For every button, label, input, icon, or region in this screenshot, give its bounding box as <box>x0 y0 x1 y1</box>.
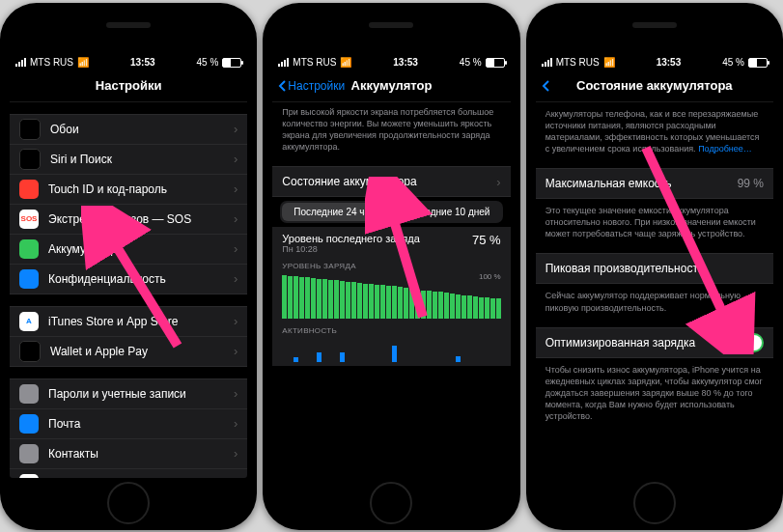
row-label: Контакты <box>48 447 234 461</box>
chevron-right-icon: › <box>234 182 238 196</box>
signal-icon <box>15 58 26 67</box>
touchid-icon <box>19 180 39 199</box>
optimized-charging-group: Оптимизированная зарядка <box>536 327 773 358</box>
nav-bar: Состояние аккумулятора <box>536 70 773 102</box>
battery-icon <box>222 58 241 68</box>
siri-icon <box>19 149 41 170</box>
row-label: Максимальная емкость <box>545 177 738 190</box>
chevron-left-icon <box>278 80 286 92</box>
chevron-right-icon: › <box>234 211 238 226</box>
chart-activity <box>282 339 500 362</box>
signal-icon <box>278 58 289 67</box>
settings-row-key[interactable]: Пароли и учетные записи› <box>10 379 247 409</box>
wallet-icon <box>19 341 41 362</box>
contacts-icon <box>19 444 39 463</box>
battery-icon <box>19 239 39 259</box>
signal-icon <box>542 58 552 67</box>
settings-row-sos[interactable]: SOSЭкстренный вызов — SOS› <box>10 205 247 235</box>
back-button[interactable] <box>542 80 549 92</box>
battery-icon <box>486 58 505 68</box>
max-capacity-group: Максимальная емкость 99 % <box>536 168 773 199</box>
row-label: Аккумулятор <box>48 242 234 256</box>
max-capacity-note: Это текущее значение емкости аккумулятор… <box>536 199 773 241</box>
chevron-right-icon: › <box>234 271 238 286</box>
row-label: Почта <box>48 417 234 431</box>
calendar-icon: 31 <box>19 474 39 478</box>
row-label: Обои <box>50 123 234 136</box>
privacy-icon <box>19 269 39 289</box>
settings-row-touchid[interactable]: Touch ID и код-пароль› <box>10 175 247 205</box>
segmented-range[interactable]: Последние 24 часа Последние 10 дней <box>280 201 502 223</box>
settings-row-battery[interactable]: Аккумулятор› <box>10 235 247 265</box>
row-max-capacity: Максимальная емкость 99 % <box>536 169 773 198</box>
chevron-right-icon: › <box>234 122 238 136</box>
learn-more-link[interactable]: Подробнее… <box>698 144 752 154</box>
row-label: Календарь <box>48 477 234 478</box>
last-charge-value: 75 % <box>472 233 501 247</box>
optimized-charging-toggle[interactable] <box>729 333 764 352</box>
screen-battery-health: MTS RUS📶 13:53 45 % Состояние аккумулято… <box>536 53 773 478</box>
status-bar: MTS RUS📶 13:53 45 % <box>272 53 510 70</box>
carrier: MTS RUS <box>293 57 336 68</box>
segment-10d[interactable]: Последние 10 дней <box>392 203 501 221</box>
chevron-right-icon: › <box>234 344 238 358</box>
row-label: Wallet и Apple Pay <box>50 345 234 358</box>
battery-percent: 45 % <box>722 57 744 68</box>
battery-percent: 45 % <box>197 57 219 68</box>
wifi-icon: 📶 <box>340 57 351 68</box>
back-label: Настройки <box>288 79 345 93</box>
chart-battery-level: 100 % <box>282 274 500 319</box>
row-optimized-charging: Оптимизированная зарядка <box>536 328 773 357</box>
wifi-icon: 📶 <box>603 57 615 68</box>
brightness-note: При высокой яркости экрана потребляется … <box>272 102 510 155</box>
settings-group-accounts: Пароли и учетные записи›Почта›Контакты›3… <box>10 378 247 478</box>
page-title: Настройки <box>10 78 247 93</box>
chevron-right-icon: › <box>234 476 238 478</box>
row-label: Конфиденциальность <box>48 272 234 286</box>
segment-24h[interactable]: Последние 24 часа <box>282 203 391 221</box>
itunes-icon: A <box>19 312 39 331</box>
row-label: iTunes Store и App Store <box>48 315 234 328</box>
battery-health-group: Состояние аккумулятора › <box>272 166 510 197</box>
optimized-charging-note: Чтобы снизить износ аккумулятора, iPhone… <box>536 358 773 425</box>
peak-performance-group: Пиковая производительность <box>536 253 773 284</box>
settings-row-atom[interactable]: Обои› <box>10 115 247 145</box>
sos-icon: SOS <box>19 210 39 229</box>
row-peak-performance: Пиковая производительность <box>536 254 773 283</box>
row-label: Оптимизированная зарядка <box>545 336 729 350</box>
settings-row-itunes[interactable]: AiTunes Store и App Store› <box>10 307 247 337</box>
clock: 13:53 <box>615 57 723 68</box>
mail-icon <box>19 414 39 434</box>
peak-performance-note: Сейчас аккумулятор поддерживает нормальн… <box>536 284 773 315</box>
last-charge-box: Уровень последнего заряда Пн 10:28 75 % … <box>272 227 510 366</box>
chart-y-max: 100 % <box>479 272 501 281</box>
clock: 13:53 <box>89 57 197 68</box>
carrier: MTS RUS <box>556 57 600 68</box>
chevron-right-icon: › <box>234 446 238 461</box>
chevron-right-icon: › <box>234 314 238 328</box>
nav-bar: Настройки <box>10 70 247 102</box>
chevron-right-icon: › <box>234 386 238 401</box>
settings-row-wallet[interactable]: Wallet и Apple Pay› <box>10 337 247 366</box>
settings-group-general: Обои›Siri и Поиск›Touch ID и код-пароль›… <box>10 114 247 294</box>
key-icon <box>19 384 39 404</box>
row-label: Пароли и учетные записи <box>48 387 234 401</box>
row-label: Touch ID и код-пароль <box>48 182 234 196</box>
settings-row-contacts[interactable]: Контакты› <box>10 439 247 469</box>
settings-group-store: AiTunes Store и App Store›Wallet и Apple… <box>10 306 247 367</box>
chevron-left-icon <box>542 80 549 92</box>
chevron-right-icon: › <box>234 241 238 256</box>
battery-percent: 45 % <box>460 57 482 68</box>
chevron-right-icon: › <box>496 175 500 189</box>
status-bar: MTS RUS📶 13:53 45 % <box>536 53 773 70</box>
settings-row-siri[interactable]: Siri и Поиск› <box>10 145 247 175</box>
back-button[interactable]: Настройки <box>278 79 345 93</box>
settings-row-mail[interactable]: Почта› <box>10 409 247 439</box>
phone-battery: MTS RUS📶 13:53 45 % Настройки Аккумулято… <box>263 3 519 530</box>
settings-row-privacy[interactable]: Конфиденциальность› <box>10 265 247 294</box>
chevron-right-icon: › <box>234 416 238 431</box>
settings-row-calendar[interactable]: 31Календарь› <box>10 469 247 478</box>
phone-battery-health: MTS RUS📶 13:53 45 % Состояние аккумулято… <box>526 3 783 530</box>
row-label: Пиковая производительность <box>545 262 764 275</box>
row-battery-health[interactable]: Состояние аккумулятора › <box>272 167 510 196</box>
